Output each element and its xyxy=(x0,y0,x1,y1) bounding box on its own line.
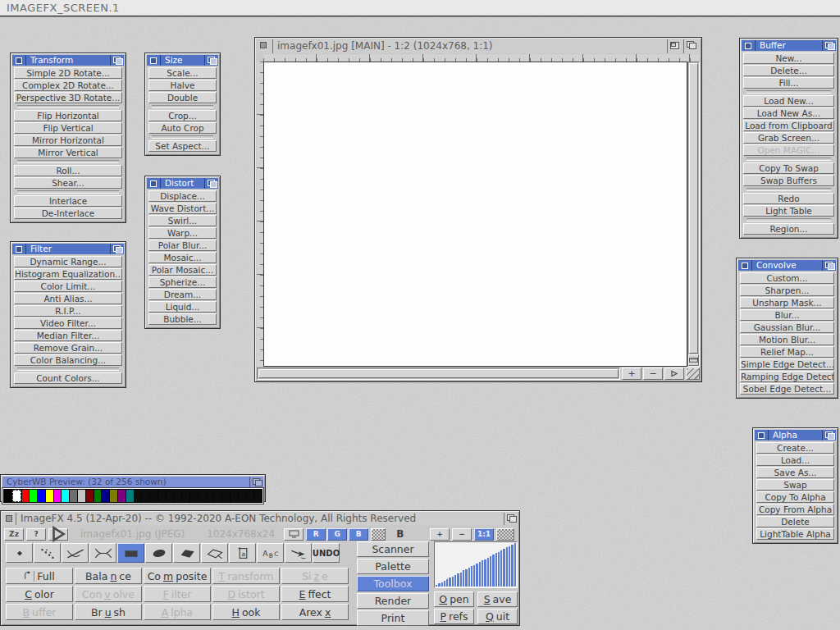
complex-2d-rotate-button[interactable]: Complex 2D Rotate... xyxy=(14,80,122,91)
color-swatch[interactable] xyxy=(4,490,11,502)
color-swatch[interactable] xyxy=(70,490,77,502)
video-filter-button[interactable]: Video Filter... xyxy=(14,317,122,329)
g-button[interactable]: G xyxy=(327,528,347,541)
distort-titlebar[interactable]: Distort xyxy=(147,178,218,189)
scanner-button[interactable]: Scanner xyxy=(357,541,429,557)
mirror-horizontal-button[interactable]: Mirror Horizontal xyxy=(14,135,122,146)
close-gadget[interactable] xyxy=(147,55,161,66)
text-tool[interactable]: ABC xyxy=(257,543,284,563)
save-button[interactable]: Save xyxy=(477,591,518,607)
balance-button[interactable]: Balance xyxy=(75,568,142,584)
color-swatch[interactable] xyxy=(46,490,53,502)
main-panel-titlebar[interactable]: ImageFX 4.5 (12-Apr-20) -- © 1992-2020 A… xyxy=(2,513,518,525)
load-button[interactable]: Load... xyxy=(756,454,834,466)
close-gadget[interactable] xyxy=(755,430,769,441)
polar-mosaic-button[interactable]: Polar Mosaic... xyxy=(148,264,217,276)
open-magic-button[interactable]: Open MAGIC... xyxy=(743,144,834,156)
ramping-edge-detect-button[interactable]: Ramping Edge Detect xyxy=(740,371,834,382)
zoom-in-button[interactable]: + xyxy=(622,368,641,380)
auto-crop-button[interactable]: Auto Crop xyxy=(148,122,217,134)
iconify-button[interactable]: Zz xyxy=(4,528,24,541)
liquid-button[interactable]: Liquid... xyxy=(148,301,217,313)
horizontal-scroll-thumb[interactable] xyxy=(258,369,619,378)
grab-screen-button[interactable]: Grab Screen... xyxy=(743,132,834,144)
sharpen-button[interactable]: Sharpen... xyxy=(740,285,834,296)
size-button[interactable]: Size xyxy=(281,568,349,584)
depth-gadget[interactable] xyxy=(110,244,124,254)
vertical-scrollbar[interactable] xyxy=(687,62,700,367)
color-swatch[interactable] xyxy=(214,490,221,502)
depth-gadget[interactable] xyxy=(204,55,218,66)
brush-button[interactable]: Brush xyxy=(75,604,142,620)
airbrush-tool[interactable] xyxy=(34,543,61,563)
dynamic-range-button[interactable]: Dynamic Range... xyxy=(14,256,122,267)
dream-button[interactable]: Dream... xyxy=(148,289,217,300)
color-swatch[interactable] xyxy=(94,490,102,502)
depth-gadget[interactable] xyxy=(504,513,518,525)
color-swatch[interactable] xyxy=(167,490,174,502)
set-aspect-button[interactable]: Set Aspect... xyxy=(148,140,217,152)
buffer-titlebar[interactable]: Buffer xyxy=(742,40,836,51)
close-gadget[interactable] xyxy=(742,40,756,51)
-button[interactable]: + xyxy=(430,528,450,541)
create-button[interactable]: Create... xyxy=(756,442,834,454)
color-swatch[interactable] xyxy=(190,490,198,502)
help-button[interactable]: ? xyxy=(26,528,46,541)
mirror-vertical-button[interactable]: Mirror Vertical xyxy=(14,147,122,158)
effect-button[interactable]: Effect xyxy=(281,586,349,602)
hook-button[interactable]: Hook xyxy=(212,604,280,620)
color-swatch[interactable] xyxy=(142,490,149,502)
color-swatch[interactable] xyxy=(207,490,214,502)
horizontal-scrollbar[interactable] xyxy=(257,368,620,380)
wave-distort-button[interactable]: Wave Distort... xyxy=(148,203,217,214)
color-swatch[interactable] xyxy=(246,490,253,502)
arrow-tool[interactable] xyxy=(285,543,312,563)
simple-2d-rotate-button[interactable]: Simple 2D Rotate... xyxy=(14,67,122,79)
roll-button[interactable]: Roll... xyxy=(14,165,122,176)
swirl-button[interactable]: Swirl... xyxy=(148,215,217,226)
color-swatch[interactable] xyxy=(254,490,262,502)
interlace-button[interactable]: Interlace xyxy=(14,195,122,207)
color-button[interactable]: Color xyxy=(6,586,73,602)
redo-button[interactable]: Redo xyxy=(743,193,834,204)
polar-blur-button[interactable]: Polar Blur... xyxy=(148,240,217,251)
motion-blur-button[interactable]: Motion Blur... xyxy=(740,334,834,345)
depth-gadget[interactable] xyxy=(249,477,263,487)
bubble-button[interactable]: Bubble... xyxy=(148,313,217,325)
depth-gadget[interactable] xyxy=(822,260,836,271)
filter-titlebar[interactable]: Filter xyxy=(12,244,124,254)
scale-button[interactable]: Scale... xyxy=(148,67,217,79)
color-swatch[interactable] xyxy=(12,490,21,502)
transform-titlebar[interactable]: Transform xyxy=(12,55,124,66)
depth-gadget[interactable] xyxy=(683,39,700,53)
copy-to-alpha-button[interactable]: Copy To Alpha xyxy=(756,491,834,503)
distort-button[interactable]: Distort xyxy=(212,586,280,602)
color-swatch[interactable] xyxy=(30,490,37,502)
crop-button[interactable]: Crop... xyxy=(148,110,217,121)
load-new-as-button[interactable]: Load New As... xyxy=(743,107,834,119)
polygon-tool[interactable] xyxy=(173,543,200,563)
close-gadget[interactable] xyxy=(147,178,161,189)
quit-button[interactable]: Quit xyxy=(477,609,518,624)
alpha-titlebar[interactable]: Alpha xyxy=(755,430,836,441)
delete-button[interactable]: Delete xyxy=(756,516,834,527)
new-button[interactable]: New... xyxy=(743,52,834,64)
save-as-button[interactable]: Save As... xyxy=(756,467,834,478)
convolve-button[interactable]: Convolve xyxy=(75,586,142,602)
r-i-p-button[interactable]: R.I.P... xyxy=(14,305,122,317)
color-swatch[interactable] xyxy=(174,490,181,502)
swap-button[interactable]: Swap xyxy=(756,479,834,491)
image-window-titlebar[interactable]: imagefx01.jpg [MAIN] - 1:2 (1024x768, 1:… xyxy=(257,39,700,53)
load-from-clipboard-button[interactable]: Load from Clipboard xyxy=(743,120,834,131)
arexx-button[interactable]: Arexx xyxy=(281,604,349,620)
close-gadget[interactable] xyxy=(738,260,752,271)
b-button[interactable]: B xyxy=(349,528,368,541)
region-button[interactable]: Region... xyxy=(743,223,834,235)
pan-button[interactable] xyxy=(664,368,684,380)
dither-toggle-button[interactable] xyxy=(371,528,386,541)
play-button[interactable] xyxy=(48,528,68,541)
screen-mode-button[interactable] xyxy=(284,528,304,541)
anti-alias-button[interactable]: Anti Alias... xyxy=(14,293,122,304)
color-swatch[interactable] xyxy=(102,490,109,502)
depth-gadget[interactable] xyxy=(822,40,836,51)
